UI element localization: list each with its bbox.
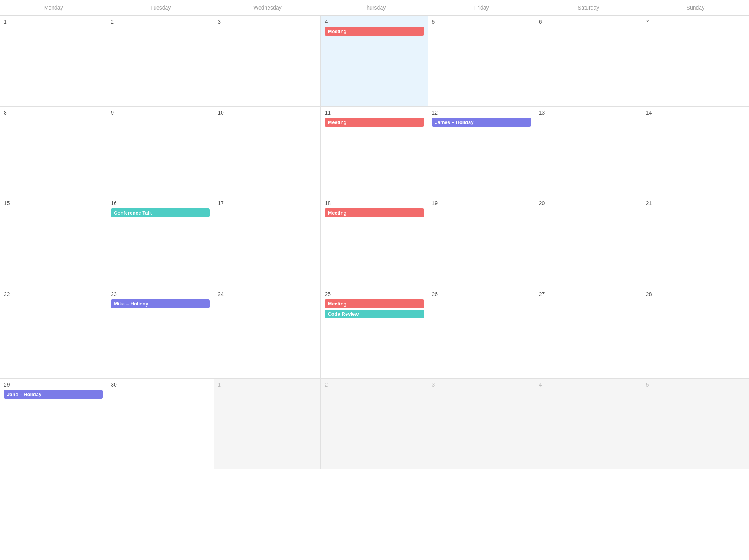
header-day-friday: Friday	[428, 0, 535, 15]
event-holiday[interactable]: James – Holiday	[432, 118, 531, 127]
day-cell-other-3[interactable]: 3	[428, 379, 535, 469]
day-number: 21	[646, 200, 745, 206]
day-number: 11	[325, 110, 424, 116]
day-number: 4	[325, 19, 424, 25]
day-number: 15	[4, 200, 103, 206]
event-meeting[interactable]: Meeting	[325, 208, 424, 217]
day-cell-24[interactable]: 24	[214, 288, 321, 379]
day-number: 12	[432, 110, 531, 116]
day-number: 30	[111, 382, 210, 388]
day-cell-other-1[interactable]: 1	[214, 379, 321, 469]
header-day-thursday: Thursday	[321, 0, 428, 15]
day-cell-22[interactable]: 22	[0, 288, 107, 379]
day-cell-12[interactable]: 12James – Holiday	[428, 107, 535, 197]
day-cell-25[interactable]: 25MeetingCode Review	[321, 288, 428, 379]
day-cell-other-2[interactable]: 2	[321, 379, 428, 469]
day-number: 13	[539, 110, 638, 116]
day-number: 26	[432, 291, 531, 297]
day-cell-19[interactable]: 19	[428, 197, 535, 288]
day-cell-14[interactable]: 14	[642, 107, 749, 197]
day-number: 1	[4, 19, 103, 25]
day-cell-2[interactable]: 2	[107, 16, 214, 107]
day-cell-other-4[interactable]: 4	[535, 379, 642, 469]
day-number: 5	[432, 19, 531, 25]
day-cell-13[interactable]: 13	[535, 107, 642, 197]
event-conference[interactable]: Conference Talk	[111, 208, 210, 217]
day-number: 2	[325, 382, 424, 388]
day-number: 2	[111, 19, 210, 25]
day-number: 29	[4, 382, 103, 388]
day-number: 1	[218, 382, 317, 388]
day-number: 28	[646, 291, 745, 297]
day-number: 14	[646, 110, 745, 116]
day-cell-29[interactable]: 29Jane – Holiday	[0, 379, 107, 469]
day-cell-20[interactable]: 20	[535, 197, 642, 288]
day-cell-8[interactable]: 8	[0, 107, 107, 197]
day-cell-3[interactable]: 3	[214, 16, 321, 107]
day-cell-5[interactable]: 5	[428, 16, 535, 107]
day-cell-23[interactable]: 23Mike – Holiday	[107, 288, 214, 379]
day-number: 3	[218, 19, 317, 25]
day-cell-17[interactable]: 17	[214, 197, 321, 288]
day-number: 22	[4, 291, 103, 297]
header-day-tuesday: Tuesday	[107, 0, 214, 15]
day-number: 23	[111, 291, 210, 297]
day-cell-15[interactable]: 15	[0, 197, 107, 288]
event-code-review[interactable]: Code Review	[325, 310, 424, 318]
day-number: 6	[539, 19, 638, 25]
day-number: 4	[539, 382, 638, 388]
calendar-header: MondayTuesdayWednesdayThursdayFridaySatu…	[0, 0, 749, 16]
day-number: 24	[218, 291, 317, 297]
day-cell-4[interactable]: 4Meeting	[321, 16, 428, 107]
header-day-monday: Monday	[0, 0, 107, 15]
day-number: 27	[539, 291, 638, 297]
day-number: 9	[111, 110, 210, 116]
header-day-saturday: Saturday	[535, 0, 642, 15]
day-number: 3	[432, 382, 531, 388]
header-day-sunday: Sunday	[642, 0, 749, 15]
day-cell-9[interactable]: 9	[107, 107, 214, 197]
day-number: 16	[111, 200, 210, 206]
day-cell-16[interactable]: 16Conference Talk	[107, 197, 214, 288]
day-number: 20	[539, 200, 638, 206]
calendar-grid: 1234Meeting567891011Meeting12James – Hol…	[0, 16, 749, 560]
header-day-wednesday: Wednesday	[214, 0, 321, 15]
day-number: 10	[218, 110, 317, 116]
day-cell-other-5[interactable]: 5	[642, 379, 749, 469]
day-number: 25	[325, 291, 424, 297]
day-cell-1[interactable]: 1	[0, 16, 107, 107]
day-cell-26[interactable]: 26	[428, 288, 535, 379]
day-number: 17	[218, 200, 317, 206]
day-cell-27[interactable]: 27	[535, 288, 642, 379]
event-holiday[interactable]: Jane – Holiday	[4, 390, 103, 399]
calendar: MondayTuesdayWednesdayThursdayFridaySatu…	[0, 0, 749, 560]
day-cell-7[interactable]: 7	[642, 16, 749, 107]
event-meeting[interactable]: Meeting	[325, 299, 424, 308]
day-number: 19	[432, 200, 531, 206]
day-cell-30[interactable]: 30	[107, 379, 214, 469]
event-holiday[interactable]: Mike – Holiday	[111, 299, 210, 308]
day-cell-6[interactable]: 6	[535, 16, 642, 107]
day-cell-18[interactable]: 18Meeting	[321, 197, 428, 288]
day-number: 5	[646, 382, 745, 388]
event-meeting[interactable]: Meeting	[325, 118, 424, 127]
event-meeting[interactable]: Meeting	[325, 27, 424, 36]
day-number: 18	[325, 200, 424, 206]
day-cell-10[interactable]: 10	[214, 107, 321, 197]
day-cell-28[interactable]: 28	[642, 288, 749, 379]
day-cell-21[interactable]: 21	[642, 197, 749, 288]
day-number: 8	[4, 110, 103, 116]
day-cell-11[interactable]: 11Meeting	[321, 107, 428, 197]
day-number: 7	[646, 19, 745, 25]
